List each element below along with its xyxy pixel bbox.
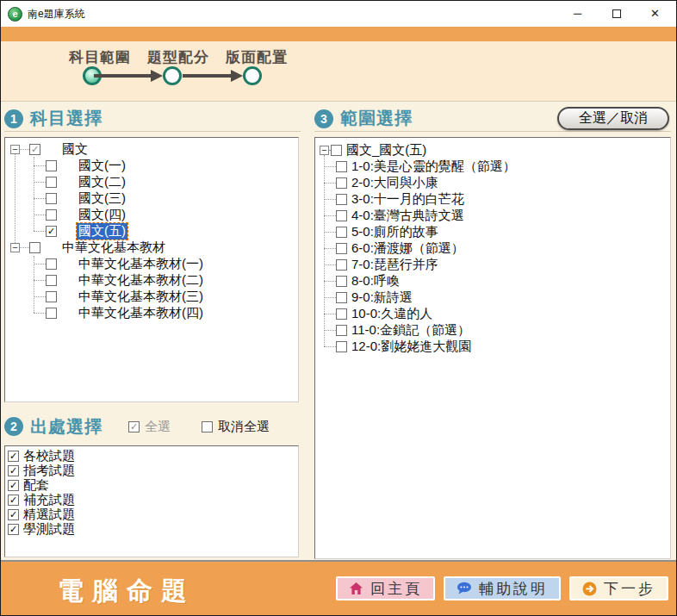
tree-item-label[interactable]: 4-0:臺灣古典詩文選: [350, 208, 466, 224]
tab-gap: [40, 247, 60, 248]
tree-connector-line: [20, 247, 29, 248]
checkbox[interactable]: [336, 194, 347, 205]
app-logo-icon: e: [8, 7, 22, 22]
checkbox[interactable]: ✓: [46, 226, 57, 237]
checkbox[interactable]: ✓: [8, 509, 19, 520]
tree-item-label[interactable]: 1-0:美是心靈的覺醒（節選）: [350, 159, 518, 175]
checkbox[interactable]: [46, 308, 57, 319]
checkbox[interactable]: [46, 160, 57, 171]
range-tree-panel: −國文_國文(五)1-0:美是心靈的覺醒（節選）2-0:大同與小康3-0:十一月…: [314, 137, 671, 559]
tree-item-label[interactable]: 國文(四): [77, 207, 127, 223]
checkbox[interactable]: [46, 258, 57, 270]
tree-connector-line: [324, 330, 336, 331]
tree-item-label[interactable]: 中華文化基本教材: [60, 240, 167, 256]
step-label-subject-range: 科目範圍: [69, 47, 131, 67]
tree-item-label[interactable]: 國文(一): [77, 158, 127, 174]
expand-toggle-icon[interactable]: −: [10, 145, 20, 154]
checkbox[interactable]: [336, 243, 347, 254]
tree-item-label[interactable]: 3-0:十一月的白芒花: [350, 191, 466, 208]
tree-item: 5-0:廁所的故事: [324, 224, 670, 240]
checkbox[interactable]: ✓: [8, 524, 19, 535]
tree-item-label[interactable]: 國文: [60, 141, 90, 158]
list-item: ✓各校試題: [5, 449, 298, 464]
tree-item-label[interactable]: 中華文化基本教材(一): [77, 256, 205, 272]
checkbox[interactable]: [46, 177, 57, 188]
list-item: ✓指考試題: [5, 464, 298, 478]
tree-item-label[interactable]: 5-0:廁所的故事: [350, 224, 440, 240]
checkbox[interactable]: [336, 259, 347, 271]
select-all-checkbox[interactable]: ✓: [128, 421, 140, 432]
help-button[interactable]: 輔助說明: [444, 576, 561, 600]
deselect-all-checkbox[interactable]: [202, 421, 213, 432]
tree-item-label[interactable]: 國文(二): [77, 174, 127, 190]
checkbox[interactable]: ✓: [8, 495, 19, 506]
checkbox[interactable]: [336, 292, 347, 303]
tab-gap: [57, 215, 77, 215]
tab-gap: [57, 313, 77, 314]
expand-toggle-icon[interactable]: −: [320, 146, 329, 155]
home-button[interactable]: 回主頁: [336, 576, 435, 600]
tree-item-label[interactable]: 國文_國文(五): [345, 142, 428, 159]
checkbox[interactable]: [336, 210, 347, 221]
list-item: ✓精選試題: [5, 507, 298, 522]
tree-item-label[interactable]: 8-0:呼喚: [350, 273, 401, 289]
checkbox[interactable]: ✓: [8, 451, 19, 462]
checkbox[interactable]: [331, 145, 342, 156]
speech-bubble-icon: [457, 582, 472, 595]
footer-title: 電腦命題: [58, 574, 196, 609]
maximize-button[interactable]: [597, 1, 636, 26]
tree-item-label[interactable]: 12-0:劉姥姥進大觀園: [350, 339, 473, 355]
tree-item: 3-0:十一月的白芒花: [324, 191, 670, 208]
list-item-label[interactable]: 學測試題: [23, 521, 75, 538]
step-connector-line: [94, 74, 152, 78]
tree-guide-line: [15, 153, 16, 248]
checkbox[interactable]: ✓: [8, 480, 19, 491]
minimize-button[interactable]: ─: [558, 1, 597, 26]
checkbox[interactable]: [336, 308, 347, 320]
checkbox[interactable]: ✓: [29, 144, 40, 155]
tree-item-label[interactable]: 中華文化基本教材(三): [77, 289, 205, 305]
section-title: 科目選擇: [30, 107, 102, 130]
checkbox[interactable]: [29, 242, 40, 253]
tree-item: 2-0:大同與小康: [324, 175, 670, 191]
toggle-all-button[interactable]: 全選／取消: [557, 107, 669, 130]
tree-connector-line: [324, 232, 336, 233]
expand-toggle-icon[interactable]: −: [10, 243, 20, 252]
checkbox[interactable]: [336, 276, 347, 287]
checkbox[interactable]: [46, 291, 57, 302]
tree-connector-line: [324, 264, 336, 265]
tree-item-label[interactable]: 中華文化基本教材(二): [77, 272, 205, 289]
section-number-badge: 1: [4, 109, 23, 128]
list-item: ✓學測試題: [5, 522, 298, 537]
checkbox[interactable]: [336, 325, 347, 336]
next-step-button[interactable]: 下一步: [569, 576, 668, 600]
select-all-checkbox-group[interactable]: ✓ 全選: [128, 419, 171, 435]
checkbox[interactable]: ✓: [8, 465, 19, 476]
tree-item-label[interactable]: 中華文化基本教材(四): [77, 305, 205, 321]
tree-item-label[interactable]: 6-0:潘渡娜（節選）: [350, 240, 466, 257]
checkbox[interactable]: [46, 209, 57, 221]
window-controls: ─ ✕: [558, 1, 674, 27]
tree-item-label[interactable]: 國文(五): [77, 223, 127, 240]
tree-item-label[interactable]: 7-0:琵琶行并序: [350, 257, 440, 273]
tree-item-label[interactable]: 2-0:大同與小康: [350, 175, 440, 191]
next-arrow-icon: [582, 582, 597, 596]
list-item: ✓補充試題: [5, 493, 298, 507]
step-label-layout-config: 版面配置: [226, 47, 288, 67]
home-button-label: 回主頁: [370, 579, 422, 599]
tree-item-label[interactable]: 9-0:新詩選: [350, 289, 414, 306]
tree-connector-line: [34, 280, 46, 281]
checkbox[interactable]: [46, 275, 57, 286]
tree-item: 中華文化基本教材(二): [34, 272, 298, 289]
checkbox[interactable]: [336, 161, 347, 172]
deselect-all-checkbox-group[interactable]: 取消全選: [202, 419, 270, 435]
checkbox[interactable]: [46, 193, 57, 204]
tree-item-label[interactable]: 10-0:久違的人: [350, 306, 434, 322]
checkbox[interactable]: [336, 177, 347, 189]
close-button[interactable]: ✕: [636, 1, 674, 26]
tree-item-label[interactable]: 11-0:金鎖記（節選）: [350, 322, 472, 339]
checkbox[interactable]: [336, 341, 347, 352]
checkbox[interactable]: [336, 227, 347, 238]
tree-connector-line: [20, 149, 29, 150]
tree-item-label[interactable]: 國文(三): [77, 190, 127, 207]
